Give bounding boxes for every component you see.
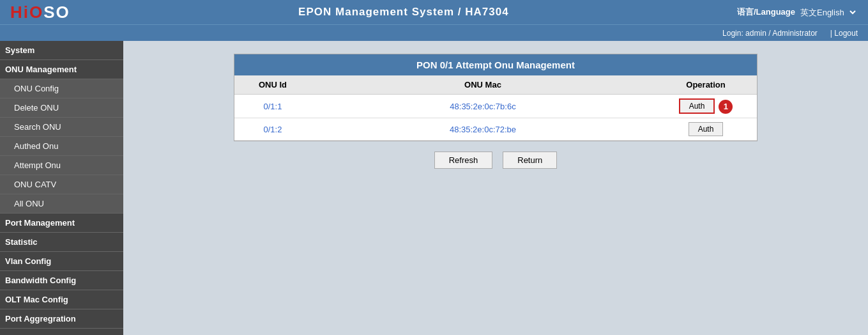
table-row: 0/1:248:35:2e:0c:72:beAuth bbox=[234, 118, 757, 141]
table-row: 0/1:148:35:2e:0c:7b:6cAuth1 bbox=[234, 95, 757, 118]
logo-text: HiOSO bbox=[10, 3, 70, 22]
language-label: 语言/Language bbox=[737, 6, 795, 18]
sidebar-item-delete-onu[interactable]: Delete ONU bbox=[0, 98, 123, 118]
logout-link[interactable]: | Logout bbox=[830, 29, 858, 38]
login-info: Login: admin / Administrator bbox=[722, 29, 818, 38]
onu-mac-cell: 48:35:2e:0c:7b:6c bbox=[311, 95, 655, 118]
col-operation: Operation bbox=[655, 75, 757, 95]
sidebar-item-onu-config[interactable]: ONU Config bbox=[0, 79, 123, 98]
sidebar-item-olt-mac-config[interactable]: OLT Mac Config bbox=[0, 290, 123, 309]
onu-mac-cell: 48:35:2e:0c:72:be bbox=[311, 118, 655, 141]
col-onu-id: ONU Id bbox=[234, 75, 311, 95]
sidebar-item-port-management[interactable]: Port Management bbox=[0, 214, 123, 233]
auth-button[interactable]: Auth bbox=[689, 122, 724, 136]
header-bottom: Login: admin / Administrator | Logout bbox=[0, 24, 868, 41]
refresh-button[interactable]: Refresh bbox=[434, 152, 493, 169]
sidebar-item-search-onu[interactable]: Search ONU bbox=[0, 118, 123, 137]
sidebar-item-system[interactable]: System bbox=[0, 41, 123, 60]
col-onu-mac: ONU Mac bbox=[311, 75, 655, 95]
onu-table: ONU Id ONU Mac Operation 0/1:148:35:2e:0… bbox=[234, 75, 757, 141]
main-layout: SystemONU ManagementONU ConfigDelete ONU… bbox=[0, 41, 868, 335]
sidebar-item-onu-management[interactable]: ONU Management bbox=[0, 60, 123, 79]
language-dropdown[interactable]: 英文English 中文Chinese bbox=[798, 7, 858, 18]
language-selector[interactable]: 语言/Language 英文English 中文Chinese bbox=[737, 6, 858, 18]
sidebar-item-all-onu[interactable]: All ONU bbox=[0, 194, 123, 214]
auth-button[interactable]: Auth bbox=[679, 98, 715, 114]
sidebar-item-onu-catv[interactable]: ONU CATV bbox=[0, 175, 123, 194]
header-title: EPON Management System / HA7304 bbox=[298, 6, 509, 19]
button-row: Refresh Return bbox=[136, 152, 855, 169]
content-area: PON 0/1 Attempt Onu Management ONU Id ON… bbox=[123, 41, 868, 335]
sidebar-item-authed-onu[interactable]: Authed Onu bbox=[0, 137, 123, 156]
header-top: HiOSO EPON Management System / HA7304 语言… bbox=[0, 0, 868, 24]
table-header-row: ONU Id ONU Mac Operation bbox=[234, 75, 757, 95]
sidebar-item-port-aggregration[interactable]: Port Aggregration bbox=[0, 309, 123, 329]
onu-id-cell: 0/1:1 bbox=[234, 95, 311, 118]
sidebar-item-statistic[interactable]: Statistic bbox=[0, 233, 123, 252]
sidebar-item-attempt-onu[interactable]: Attempt Onu bbox=[0, 156, 123, 175]
sidebar-item-snmp-config[interactable]: SNMP Config bbox=[0, 329, 123, 335]
sidebar-item-bandwidth-config[interactable]: Bandwidth Config bbox=[0, 271, 123, 290]
panel-title: PON 0/1 Attempt Onu Management bbox=[234, 54, 757, 75]
operation-cell: Auth1 bbox=[655, 95, 757, 118]
sidebar: SystemONU ManagementONU ConfigDelete ONU… bbox=[0, 41, 123, 335]
step-badge: 1 bbox=[719, 100, 733, 114]
onu-id-cell: 0/1:2 bbox=[234, 118, 311, 141]
sidebar-item-vlan-config[interactable]: Vlan Config bbox=[0, 252, 123, 271]
panel: PON 0/1 Attempt Onu Management ONU Id ON… bbox=[234, 54, 758, 141]
return-button[interactable]: Return bbox=[503, 152, 557, 169]
operation-cell: Auth bbox=[655, 118, 757, 141]
logo: HiOSO bbox=[10, 3, 70, 22]
